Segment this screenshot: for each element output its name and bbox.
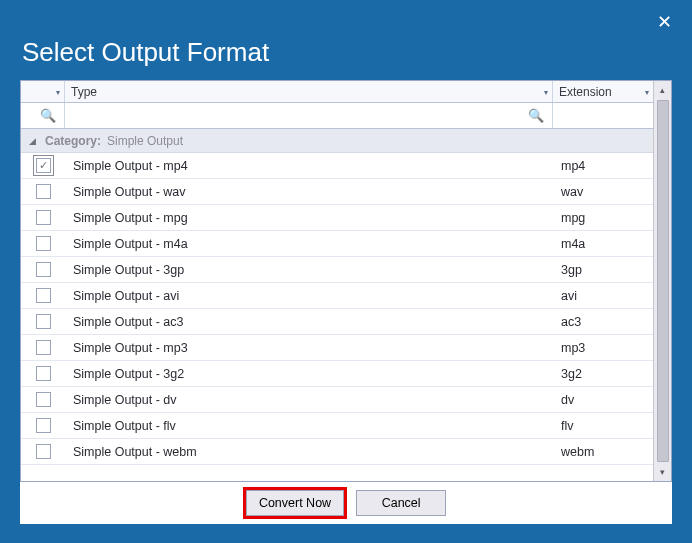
- dialog-footer: Convert Now Cancel: [20, 482, 672, 524]
- row-check-cell: [21, 257, 65, 282]
- title-bar: Select Output Format ✕: [2, 2, 690, 80]
- search-icon[interactable]: 🔍: [524, 108, 548, 123]
- row-checkbox[interactable]: [36, 392, 51, 407]
- group-category-label: Category:: [45, 134, 101, 148]
- table-row[interactable]: Simple Output - ac3ac3: [21, 309, 653, 335]
- header-extension-column[interactable]: Extension ▾: [553, 81, 653, 102]
- row-extension-cell: wav: [553, 179, 653, 204]
- table-row[interactable]: Simple Output - flvflv: [21, 413, 653, 439]
- row-type-cell: Simple Output - webm: [65, 439, 553, 464]
- table-row[interactable]: Simple Output - mp4mp4: [21, 153, 653, 179]
- filter-type-input[interactable]: [69, 106, 524, 126]
- row-extension-cell: m4a: [553, 231, 653, 256]
- row-check-cell: [21, 179, 65, 204]
- header-check-column[interactable]: ▾: [21, 81, 65, 102]
- row-checkbox[interactable]: [36, 340, 51, 355]
- row-checkbox[interactable]: [36, 158, 51, 173]
- table-row[interactable]: Simple Output - mp3mp3: [21, 335, 653, 361]
- row-check-cell: [21, 413, 65, 438]
- table-row[interactable]: Simple Output - wavwav: [21, 179, 653, 205]
- chevron-down-icon[interactable]: ▾: [56, 87, 60, 96]
- table-row[interactable]: Simple Output - dvdv: [21, 387, 653, 413]
- group-name: Simple Output: [107, 134, 183, 148]
- header-type-label: Type: [71, 85, 97, 99]
- row-extension-cell: 3gp: [553, 257, 653, 282]
- row-extension-cell: dv: [553, 387, 653, 412]
- row-type-cell: Simple Output - dv: [65, 387, 553, 412]
- grid-header-row: ▾ Type ▾ Extension ▾: [21, 81, 653, 103]
- scroll-down-icon[interactable]: ▾: [654, 463, 671, 481]
- row-type-cell: Simple Output - wav: [65, 179, 553, 204]
- grid-rows: Simple Output - mp4mp4Simple Output - wa…: [21, 153, 653, 465]
- row-checkbox[interactable]: [36, 366, 51, 381]
- row-checkbox[interactable]: [36, 262, 51, 277]
- dialog-content: ▾ Type ▾ Extension ▾ 🔍: [20, 80, 672, 524]
- row-extension-cell: ac3: [553, 309, 653, 334]
- row-extension-cell: mpg: [553, 205, 653, 230]
- cancel-button[interactable]: Cancel: [356, 490, 446, 516]
- row-extension-cell: mp4: [553, 153, 653, 178]
- scroll-up-icon[interactable]: ▴: [654, 81, 671, 99]
- row-extension-cell: webm: [553, 439, 653, 464]
- grid-main: ▾ Type ▾ Extension ▾ 🔍: [21, 81, 653, 481]
- table-row[interactable]: Simple Output - m4am4a: [21, 231, 653, 257]
- filter-extension-cell: 🔍: [553, 103, 653, 128]
- chevron-down-icon[interactable]: ▾: [544, 87, 548, 96]
- scroll-thumb[interactable]: [657, 100, 669, 462]
- table-row[interactable]: Simple Output - 3g23g2: [21, 361, 653, 387]
- row-type-cell: Simple Output - 3gp: [65, 257, 553, 282]
- grid: ▾ Type ▾ Extension ▾ 🔍: [20, 80, 672, 482]
- row-check-cell: [21, 439, 65, 464]
- row-check-cell: [21, 361, 65, 386]
- row-check-cell: [21, 309, 65, 334]
- filter-type-cell: 🔍: [65, 103, 553, 128]
- close-icon[interactable]: ✕: [652, 10, 676, 34]
- row-check-cell: [21, 283, 65, 308]
- table-row[interactable]: Simple Output - 3gp3gp: [21, 257, 653, 283]
- row-extension-cell: 3g2: [553, 361, 653, 386]
- row-type-cell: Simple Output - ac3: [65, 309, 553, 334]
- row-type-cell: Simple Output - 3g2: [65, 361, 553, 386]
- row-check-cell: [21, 153, 65, 178]
- row-checkbox[interactable]: [36, 210, 51, 225]
- table-row[interactable]: Simple Output - aviavi: [21, 283, 653, 309]
- row-checkbox[interactable]: [36, 236, 51, 251]
- row-type-cell: Simple Output - mp3: [65, 335, 553, 360]
- row-checkbox[interactable]: [36, 444, 51, 459]
- dialog-window: Select Output Format ✕ ▾ Type ▾ Extensio…: [0, 0, 692, 543]
- header-extension-label: Extension: [559, 85, 612, 99]
- row-check-cell: [21, 387, 65, 412]
- header-type-column[interactable]: Type ▾: [65, 81, 553, 102]
- row-checkbox[interactable]: [36, 184, 51, 199]
- grid-filter-row: 🔍 🔍 🔍: [21, 103, 653, 129]
- row-type-cell: Simple Output - avi: [65, 283, 553, 308]
- row-checkbox[interactable]: [36, 418, 51, 433]
- row-checkbox[interactable]: [36, 314, 51, 329]
- vertical-scrollbar[interactable]: ▴ ▾: [653, 81, 671, 481]
- group-header[interactable]: ◢ Category: Simple Output: [21, 129, 653, 153]
- row-check-cell: [21, 335, 65, 360]
- row-extension-cell: mp3: [553, 335, 653, 360]
- collapse-icon[interactable]: ◢: [25, 134, 39, 148]
- chevron-down-icon[interactable]: ▾: [645, 87, 649, 96]
- table-row[interactable]: Simple Output - mpgmpg: [21, 205, 653, 231]
- row-check-cell: [21, 231, 65, 256]
- row-checkbox[interactable]: [36, 288, 51, 303]
- dialog-title: Select Output Format: [22, 37, 269, 80]
- search-icon[interactable]: 🔍: [36, 108, 60, 123]
- row-extension-cell: flv: [553, 413, 653, 438]
- row-type-cell: Simple Output - mp4: [65, 153, 553, 178]
- filter-check-cell[interactable]: 🔍: [21, 103, 65, 128]
- convert-now-button[interactable]: Convert Now: [246, 490, 344, 516]
- row-type-cell: Simple Output - m4a: [65, 231, 553, 256]
- table-row[interactable]: Simple Output - webmwebm: [21, 439, 653, 465]
- row-type-cell: Simple Output - mpg: [65, 205, 553, 230]
- row-type-cell: Simple Output - flv: [65, 413, 553, 438]
- row-extension-cell: avi: [553, 283, 653, 308]
- filter-extension-input[interactable]: [557, 106, 653, 126]
- row-check-cell: [21, 205, 65, 230]
